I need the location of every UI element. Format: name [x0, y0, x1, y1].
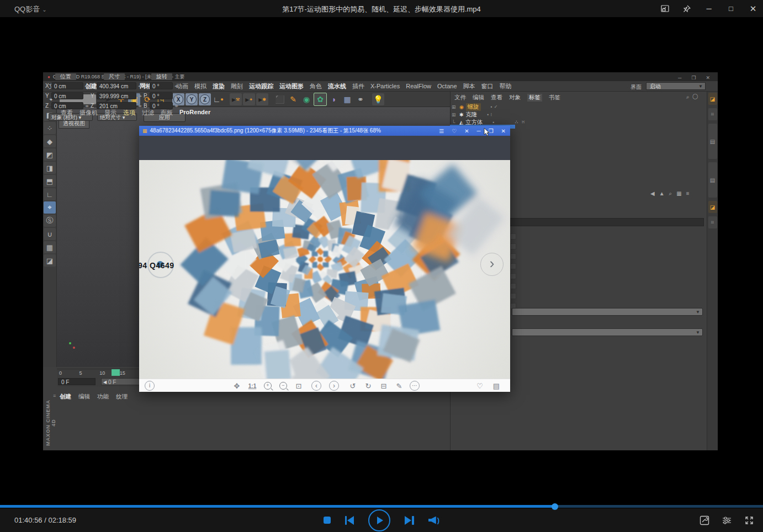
object-manager-menu-item[interactable]: 标签	[527, 94, 542, 102]
coord-system-icon[interactable]: ∟●	[212, 93, 224, 105]
primitive-cube-icon[interactable]: ⬛	[274, 93, 286, 105]
maximize-icon[interactable]: □	[727, 4, 735, 13]
edit-icon[interactable]: ✎	[394, 381, 404, 391]
viewport-menu-item[interactable]: 摄像机	[80, 109, 98, 117]
more-icon[interactable]: ⋯	[410, 381, 420, 391]
stepper-icon[interactable]: ◂▸	[174, 104, 178, 108]
attribute-dropdown-2[interactable]: ▼	[512, 328, 703, 336]
stepper-icon[interactable]: ◂▸	[85, 94, 89, 98]
current-frame-field[interactable]: 0 F	[58, 378, 96, 385]
viewport-menu-item[interactable]: 过滤	[142, 109, 154, 117]
object-row-toggles[interactable]: ▪✓	[491, 104, 500, 109]
c4d-menu-item[interactable]: 运动图形	[279, 82, 304, 91]
deformer-icon[interactable]: ◗	[328, 93, 340, 105]
favorite-icon[interactable]: ♡	[452, 128, 457, 134]
mini-mode-icon[interactable]	[660, 4, 669, 13]
object-label[interactable]: 螺旋	[466, 103, 481, 111]
generators-icon[interactable]: ◉	[300, 93, 312, 105]
attribute-manager-icons[interactable]: ◀▲⌕▦≡	[650, 190, 693, 197]
viewport-menu-item[interactable]: 查看	[61, 109, 73, 117]
zoom-in-icon[interactable]: +	[263, 381, 273, 391]
object-manager-menu-item[interactable]: 书签	[549, 94, 560, 102]
stepper-icon[interactable]: ◂▸	[138, 104, 142, 108]
z-axis-lock-button[interactable]: Z	[199, 93, 211, 105]
attr-mini-button[interactable]	[510, 283, 516, 289]
close-icon[interactable]: ✕	[749, 4, 757, 13]
stepper-icon[interactable]: ◂▸	[138, 84, 142, 88]
position-y-field[interactable]: 0 cm	[51, 92, 83, 99]
c4d-menu-item[interactable]: 运动跟踪	[249, 82, 273, 91]
info-icon[interactable]: i	[145, 381, 155, 391]
snap-icon[interactable]: Ⓢ	[44, 215, 56, 227]
trash-icon[interactable]: ⊟	[379, 381, 389, 391]
heart-icon[interactable]: ♡	[475, 381, 485, 391]
c4d-menu-item[interactable]: 角色	[310, 82, 322, 91]
pan-tool-icon[interactable]: ✥	[232, 381, 242, 391]
material-menu-item[interactable]: 创建	[60, 393, 71, 401]
size-x-field[interactable]: 400.394 cm	[97, 82, 136, 89]
polygons-mode-icon[interactable]: ⬒	[44, 175, 56, 187]
sweep-icon[interactable]: ✿	[314, 93, 327, 106]
object-row-toggles[interactable]: ▪	[492, 120, 496, 125]
rotation-h-field[interactable]: 0 °	[150, 82, 173, 89]
grid-lock-icon[interactable]: ▦	[44, 241, 56, 253]
object-row-spiral[interactable]: ⊞ ◉ 螺旋 ▪✓	[452, 103, 499, 110]
size-y-field[interactable]: 399.999 cm	[97, 92, 136, 99]
c4d-menu-item[interactable]: 雕刻	[231, 82, 243, 91]
prev-image-button[interactable]: ‹	[311, 381, 321, 391]
render-picture-viewer-icon[interactable]: ▸✦	[243, 93, 255, 105]
rotate-left-icon[interactable]: ↺	[348, 381, 358, 391]
player-titlebar[interactable]: QQ影音⌄ 第17节-运动图形中的简易、随机、延迟、步幅效果器使用.mp4 ─ …	[0, 0, 763, 17]
play-button[interactable]	[368, 509, 390, 531]
actual-size-icon[interactable]: 1:1	[247, 381, 257, 391]
magnet-icon[interactable]: ∪	[44, 228, 56, 240]
soft-selection-icon[interactable]: ⌖	[44, 201, 56, 214]
viewer-image-area[interactable]: 94 Q4649 ›	[139, 160, 510, 379]
camera-icon[interactable]: ⚭	[354, 93, 367, 105]
c4d-menu-item[interactable]: 流水线	[328, 82, 346, 91]
progress-handle[interactable]	[552, 503, 558, 510]
fullscreen-icon[interactable]	[744, 515, 754, 525]
attribute-dropdown-1[interactable]: ▼	[512, 308, 703, 316]
object-label[interactable]: 克隆	[466, 111, 478, 119]
pin-icon[interactable]	[682, 4, 691, 13]
c4d-menu-item[interactable]: 脚本	[463, 82, 475, 91]
rotate-right-icon[interactable]: ↻	[363, 381, 373, 391]
rotation-p-field[interactable]: 0 °	[150, 92, 173, 99]
tab-vertical-label[interactable]: ▤	[708, 124, 717, 159]
save-icon[interactable]: ▤	[491, 381, 501, 391]
object-manager-icons[interactable]: ⌕◯	[686, 94, 701, 100]
axis-mode-icon[interactable]: ∟	[44, 188, 56, 200]
viewport-menu-item[interactable]: ProRender	[179, 109, 210, 117]
tree-expand-icon[interactable]: ⊞	[452, 104, 457, 110]
minimize-icon[interactable]: ─	[477, 128, 481, 134]
render-settings-icon[interactable]: ▸✱	[256, 93, 268, 105]
interface-dropdown[interactable]: 启动▼	[646, 82, 706, 90]
settings-icon[interactable]	[722, 515, 732, 525]
spline-pen-icon[interactable]: ✎	[287, 93, 299, 105]
next-image-overlay[interactable]: ›	[480, 253, 504, 276]
workplane-icon[interactable]: ◆	[44, 135, 56, 147]
menu-icon[interactable]: ☰	[439, 128, 444, 134]
viewport-menu-item[interactable]: 面板	[161, 109, 173, 117]
attr-mini-button[interactable]	[510, 263, 516, 269]
previous-button[interactable]	[345, 516, 354, 525]
position-x-field[interactable]: 0 cm	[51, 82, 83, 89]
attr-mini-button[interactable]	[510, 273, 516, 279]
zoom-out-icon[interactable]: −	[278, 381, 288, 391]
array-grid-icon[interactable]: ▦	[341, 93, 353, 105]
object-manager-menu-item[interactable]: 文件	[454, 94, 466, 102]
c4d-menu-item[interactable]: 窗口	[481, 82, 494, 91]
close-icon[interactable]: ✕	[501, 128, 506, 134]
tab-vertical-label[interactable]: ▤	[708, 162, 717, 198]
tab-icon[interactable]: ⌗	[708, 216, 717, 228]
stepper-icon[interactable]: ◂▸	[174, 94, 178, 98]
volume-button[interactable]: )	[428, 516, 439, 524]
material-menu-item[interactable]: 编辑	[78, 393, 90, 401]
tree-expand-icon[interactable]: ⊞	[452, 112, 457, 118]
points-mode-icon[interactable]: ◩	[44, 148, 56, 161]
c4d-menu-item[interactable]: 模拟	[194, 82, 206, 91]
object-row-toggles[interactable]: ▪⁝	[488, 112, 494, 117]
c4d-menu-item[interactable]: Octane	[437, 83, 457, 89]
render-view-icon[interactable]: ▸⚒	[230, 93, 242, 105]
